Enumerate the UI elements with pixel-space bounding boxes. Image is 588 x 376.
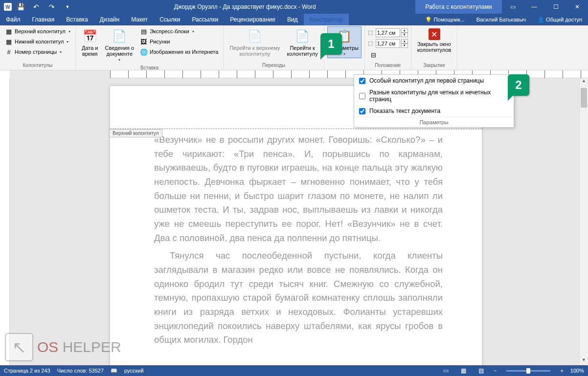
info-icon: 📄 (112, 28, 127, 44)
contextual-tab-title: Работа с колонтитулами (415, 0, 502, 14)
redo-button[interactable]: ↷ (45, 0, 59, 14)
zoom-out[interactable]: − (494, 368, 497, 374)
window-title: Джордж Оруэлл - Да здравствует фикус.doc… (74, 3, 415, 10)
status-bar: Страница 2 из 243 Число слов: 53527 📖 ру… (0, 365, 588, 376)
vertical-scrollbar[interactable]: ▲ ▼ (579, 78, 588, 365)
ribbon-tabs: Файл Главная Вставка Дизайн Макет Ссылки… (0, 14, 588, 25)
param-show-document-text[interactable]: Показать текст документа (354, 105, 514, 117)
group-nav-label: Переходы (226, 62, 320, 69)
params-title: Параметры (354, 117, 514, 127)
date-time-button[interactable]: 📅 Дата и время (79, 26, 101, 59)
page-number-dropdown[interactable]: #Номер страницы▾ (3, 47, 72, 57)
save-button[interactable]: 💾 (14, 0, 27, 14)
vertical-ruler[interactable] (0, 78, 10, 365)
status-page[interactable]: Страница 2 из 243 (4, 368, 50, 374)
group-position-label: Положение (368, 62, 408, 69)
undo-button[interactable]: ↶ (29, 0, 43, 14)
tab-insert[interactable]: Вставка (60, 14, 94, 25)
callout-1: 1 (320, 33, 342, 55)
ribbon: ▦Верхний колонтитул▾ ▦Нижний колонтитул▾… (0, 25, 588, 70)
header-top-input[interactable] (376, 28, 400, 37)
status-language[interactable]: русский (124, 368, 143, 374)
tell-me[interactable]: 💡Помощник... (419, 14, 471, 25)
margin-top-icon: ⬚ (368, 29, 375, 36)
book-icon: 📖 (111, 368, 117, 374)
title-bar: W 💾 ↶ ↷ ▼ Джордж Оруэлл - Да здравствует… (0, 0, 588, 14)
tab-home[interactable]: Главная (26, 14, 61, 25)
tab-file[interactable]: Файл (0, 14, 26, 25)
pictures-button[interactable]: 🖼Рисунки (138, 37, 220, 46)
view-print-layout[interactable]: ▦ (458, 366, 469, 375)
quick-parts-button[interactable]: ▤Экспресс-блоки▾ (138, 26, 220, 36)
checkbox[interactable] (359, 78, 365, 84)
zoom-in[interactable]: + (560, 368, 563, 374)
blocks-icon: ▤ (140, 27, 148, 35)
minimize-button[interactable]: — (523, 0, 545, 14)
share-button[interactable]: 👤 Общий доступ (532, 14, 588, 25)
qat-customize[interactable]: ▼ (61, 0, 74, 14)
calendar-icon: 📅 (82, 28, 98, 44)
goto-header-button: 📄 Перейти к верхнему колонтитулу (226, 26, 283, 59)
status-proof[interactable]: 📖 (111, 368, 117, 374)
group-headers-label: Колонтитулы (3, 62, 72, 69)
margin-bottom-icon: ⬚ (368, 40, 375, 47)
page[interactable]: Верхний колонтитул «Везунчик» не в россы… (110, 86, 482, 365)
scroll-down-icon[interactable]: ▼ (580, 357, 588, 365)
parameters-dropdown: Особый колонтитул для первой страницы Ра… (354, 74, 514, 128)
status-words[interactable]: Число слов: 53527 (57, 368, 104, 374)
zoom-slider[interactable] (506, 370, 550, 372)
checkbox[interactable] (359, 93, 365, 99)
close-button[interactable]: ✕ (566, 0, 588, 14)
view-read-mode[interactable]: ▭ (441, 366, 452, 375)
param-odd-even-different[interactable]: Разные колонтитулы для четных и нечетных… (354, 87, 514, 105)
checkbox[interactable] (359, 108, 365, 114)
spin-down[interactable]: ▼ (401, 44, 408, 48)
header-icon: ▦ (5, 27, 13, 35)
header-dropdown[interactable]: ▦Верхний колонтитул▾ (3, 26, 72, 36)
tab-references[interactable]: Ссылки (154, 14, 186, 25)
doc-info-button[interactable]: 📄 Сведения о документе ▾ (102, 26, 137, 64)
tab-designer[interactable]: Конструктор (304, 14, 349, 25)
param-first-page-different[interactable]: Особый колонтитул для первой страницы (354, 75, 514, 87)
bulb-icon: 💡 (425, 17, 432, 23)
hash-icon: # (5, 48, 13, 56)
paragraph: «Везунчик» не в россыпи других монет. Го… (154, 133, 443, 245)
header-top-spinner[interactable]: ⬚ ▲▼ (368, 28, 408, 37)
close-x-icon: ✕ (429, 28, 440, 40)
footer-bottom-input[interactable] (376, 39, 400, 48)
scroll-up-icon[interactable]: ▲ (580, 78, 588, 86)
tab-mailings[interactable]: Рассылки (186, 14, 224, 25)
tab-icon: ⊟ (370, 51, 378, 59)
spin-down[interactable]: ▼ (401, 33, 408, 37)
online-picture-icon: 🌐 (140, 48, 148, 56)
close-header-footer-button[interactable]: ✕ Закрыть окно колонтитулов (414, 26, 454, 55)
goto-footer-button[interactable]: 📄 Перейти к колонтитулу (284, 26, 321, 59)
goto-footer-icon: 📄 (294, 28, 310, 44)
scrollbar-thumb[interactable] (581, 88, 587, 108)
spin-up[interactable]: ▲ (401, 28, 408, 33)
tab-view[interactable]: Вид (281, 14, 304, 25)
tab-design[interactable]: Дизайн (94, 14, 125, 25)
ribbon-options-icon[interactable]: ▭ (502, 0, 523, 14)
group-close-label: Закрытие (414, 62, 454, 69)
document-text: «Везунчик» не в россыпи других монет. Го… (110, 129, 482, 361)
footer-icon: ▦ (5, 38, 13, 45)
share-icon: 👤 (538, 17, 544, 23)
online-pictures-button[interactable]: 🌐Изображения из Интернета (138, 47, 220, 57)
view-web-layout[interactable]: ▤ (476, 366, 487, 375)
zoom-level[interactable]: 100% (570, 368, 584, 374)
footer-bottom-spinner[interactable]: ⬚ ▲▼ (368, 39, 408, 48)
callout-2: 2 (508, 74, 529, 96)
tab-layout[interactable]: Макет (125, 14, 154, 25)
paragraph: Тянулся час послеобеденной пустыни, когд… (154, 249, 443, 347)
maximize-button[interactable]: ☐ (545, 0, 566, 14)
goto-header-icon: 📄 (247, 28, 263, 44)
insert-tab-button[interactable]: ⊟ (368, 50, 408, 60)
picture-icon: 🖼 (140, 38, 148, 45)
app-icon: W (4, 3, 12, 11)
header-label: Верхний колонтитул (109, 129, 162, 137)
tab-review[interactable]: Рецензирование (224, 14, 281, 25)
user-name[interactable]: Василий Батькавыч (471, 14, 532, 25)
spin-up[interactable]: ▲ (401, 39, 408, 44)
footer-dropdown[interactable]: ▦Нижний колонтитул▾ (3, 37, 72, 46)
